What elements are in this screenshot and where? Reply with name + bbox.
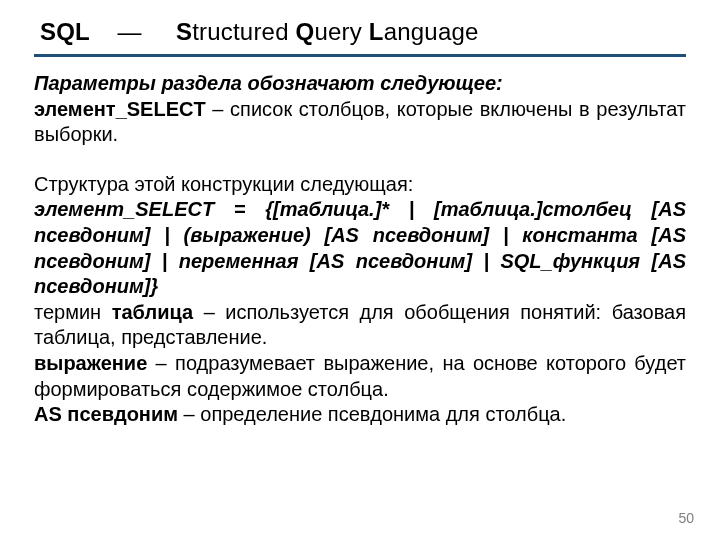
definition-element-select: элемент_SELECT – список столбцов, которы… <box>34 97 686 148</box>
slide-title: SQL — Structured Query Language <box>34 18 686 52</box>
title-s: S <box>176 18 192 45</box>
title-underline <box>34 54 686 57</box>
term-element-select: элемент_SELECT <box>34 98 206 120</box>
term-table: таблица <box>112 301 193 323</box>
title-l: L <box>369 18 384 45</box>
term-alias: AS псевдоним <box>34 403 178 425</box>
definition-table: термин таблица – используется для обобще… <box>34 300 686 351</box>
title-dash: — <box>117 18 141 45</box>
section-heading: Параметры раздела обозначают следующее: <box>34 71 686 97</box>
syntax-block: элемент_SELECT = {[таблица.]* | [таблица… <box>34 197 686 299</box>
title-sql: SQL <box>40 18 90 45</box>
slide-body: Параметры раздела обозначают следующее: … <box>34 71 686 428</box>
term-expression: выражение <box>34 352 147 374</box>
definition-expression: выражение – подразумевает выражение, на … <box>34 351 686 402</box>
title-q: Q <box>296 18 315 45</box>
definition-alias: AS псевдоним – определение псевдонима дл… <box>34 402 686 428</box>
structure-label: Структура этой конструкции следующая: <box>34 172 686 198</box>
page-number: 50 <box>678 510 694 526</box>
